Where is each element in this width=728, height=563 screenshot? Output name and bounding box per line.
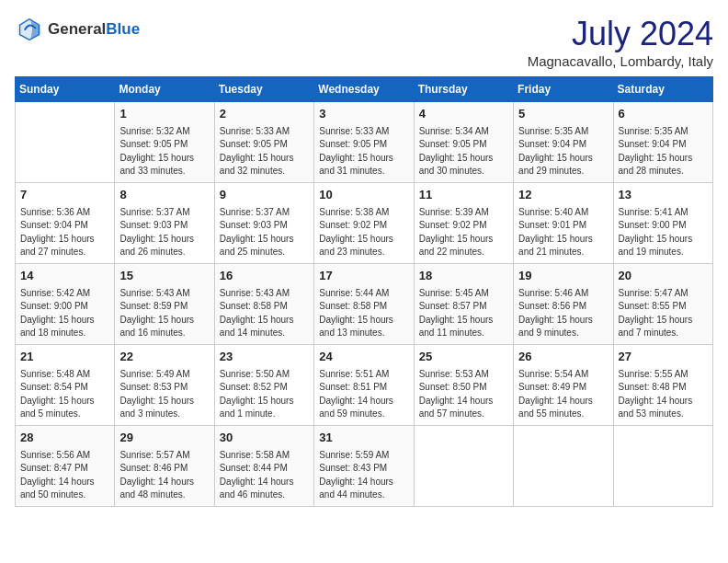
day-number: 25 <box>419 349 508 366</box>
day-info: Sunrise: 5:54 AM Sunset: 8:49 PM Dayligh… <box>518 368 608 421</box>
day-cell <box>514 426 613 507</box>
day-cell: 18Sunrise: 5:45 AM Sunset: 8:57 PM Dayli… <box>414 264 513 345</box>
logo-general: General <box>48 20 106 38</box>
day-number: 21 <box>20 349 109 366</box>
day-number: 9 <box>220 187 309 204</box>
calendar-table: SundayMondayTuesdayWednesdayThursdayFrid… <box>15 76 713 507</box>
day-number: 5 <box>518 106 608 123</box>
day-info: Sunrise: 5:55 AM Sunset: 8:48 PM Dayligh… <box>619 368 708 421</box>
day-number: 11 <box>419 187 508 204</box>
day-cell: 25Sunrise: 5:53 AM Sunset: 8:50 PM Dayli… <box>414 345 513 426</box>
day-number: 15 <box>119 268 209 285</box>
day-info: Sunrise: 5:33 AM Sunset: 9:05 PM Dayligh… <box>319 125 408 178</box>
day-number: 14 <box>20 268 109 285</box>
day-info: Sunrise: 5:57 AM Sunset: 8:46 PM Dayligh… <box>119 449 209 502</box>
week-row-3: 14Sunrise: 5:42 AM Sunset: 9:00 PM Dayli… <box>16 264 713 345</box>
day-number: 3 <box>319 106 408 123</box>
day-info: Sunrise: 5:45 AM Sunset: 8:57 PM Dayligh… <box>419 287 508 340</box>
day-cell: 11Sunrise: 5:39 AM Sunset: 9:02 PM Dayli… <box>414 183 513 264</box>
logo-text: GeneralBlue <box>48 21 140 39</box>
day-info: Sunrise: 5:56 AM Sunset: 8:47 PM Dayligh… <box>20 449 109 502</box>
day-cell: 6Sunrise: 5:35 AM Sunset: 9:04 PM Daylig… <box>613 102 712 183</box>
day-cell: 24Sunrise: 5:51 AM Sunset: 8:51 PM Dayli… <box>314 345 414 426</box>
day-number: 24 <box>319 349 408 366</box>
day-cell: 26Sunrise: 5:54 AM Sunset: 8:49 PM Dayli… <box>514 345 613 426</box>
header-cell-monday: Monday <box>115 77 214 102</box>
day-number: 2 <box>220 106 309 123</box>
day-number: 22 <box>119 349 209 366</box>
header-row: SundayMondayTuesdayWednesdayThursdayFrid… <box>16 77 713 102</box>
day-cell: 2Sunrise: 5:33 AM Sunset: 9:05 PM Daylig… <box>214 102 313 183</box>
day-info: Sunrise: 5:50 AM Sunset: 8:52 PM Dayligh… <box>220 368 309 421</box>
header-cell-wednesday: Wednesday <box>314 77 414 102</box>
day-number: 12 <box>518 187 608 204</box>
day-info: Sunrise: 5:35 AM Sunset: 9:04 PM Dayligh… <box>518 125 608 178</box>
day-info: Sunrise: 5:59 AM Sunset: 8:43 PM Dayligh… <box>319 449 408 502</box>
day-cell: 10Sunrise: 5:38 AM Sunset: 9:02 PM Dayli… <box>314 183 414 264</box>
day-info: Sunrise: 5:43 AM Sunset: 8:58 PM Dayligh… <box>220 287 309 340</box>
day-number: 4 <box>419 106 508 123</box>
day-cell: 15Sunrise: 5:43 AM Sunset: 8:59 PM Dayli… <box>115 264 214 345</box>
day-number: 28 <box>20 430 109 447</box>
day-cell: 3Sunrise: 5:33 AM Sunset: 9:05 PM Daylig… <box>314 102 414 183</box>
logo-blue: Blue <box>106 20 140 38</box>
day-cell: 29Sunrise: 5:57 AM Sunset: 8:46 PM Dayli… <box>115 426 214 507</box>
header-cell-friday: Friday <box>514 77 613 102</box>
day-info: Sunrise: 5:39 AM Sunset: 9:02 PM Dayligh… <box>419 206 508 259</box>
week-row-1: 1Sunrise: 5:32 AM Sunset: 9:05 PM Daylig… <box>16 102 713 183</box>
day-cell: 5Sunrise: 5:35 AM Sunset: 9:04 PM Daylig… <box>514 102 613 183</box>
day-cell <box>613 426 712 507</box>
day-info: Sunrise: 5:58 AM Sunset: 8:44 PM Dayligh… <box>220 449 309 502</box>
day-cell: 8Sunrise: 5:37 AM Sunset: 9:03 PM Daylig… <box>115 183 214 264</box>
day-number: 10 <box>319 187 408 204</box>
day-cell: 28Sunrise: 5:56 AM Sunset: 8:47 PM Dayli… <box>16 426 115 507</box>
day-info: Sunrise: 5:49 AM Sunset: 8:53 PM Dayligh… <box>119 368 209 421</box>
header-cell-sunday: Sunday <box>16 77 115 102</box>
day-info: Sunrise: 5:32 AM Sunset: 9:05 PM Dayligh… <box>119 125 209 178</box>
day-cell: 13Sunrise: 5:41 AM Sunset: 9:00 PM Dayli… <box>613 183 712 264</box>
day-cell: 16Sunrise: 5:43 AM Sunset: 8:58 PM Dayli… <box>214 264 313 345</box>
day-cell: 14Sunrise: 5:42 AM Sunset: 9:00 PM Dayli… <box>16 264 115 345</box>
day-number: 6 <box>619 106 708 123</box>
day-cell: 17Sunrise: 5:44 AM Sunset: 8:58 PM Dayli… <box>314 264 414 345</box>
day-info: Sunrise: 5:33 AM Sunset: 9:05 PM Dayligh… <box>220 125 309 178</box>
day-number: 27 <box>619 349 708 366</box>
day-cell: 20Sunrise: 5:47 AM Sunset: 8:55 PM Dayli… <box>613 264 712 345</box>
week-row-4: 21Sunrise: 5:48 AM Sunset: 8:54 PM Dayli… <box>16 345 713 426</box>
header-cell-saturday: Saturday <box>613 77 712 102</box>
title-block: July 2024 Magnacavallo, Lombardy, Italy <box>528 15 713 69</box>
day-number: 26 <box>518 349 608 366</box>
day-cell: 1Sunrise: 5:32 AM Sunset: 9:05 PM Daylig… <box>115 102 214 183</box>
day-cell: 7Sunrise: 5:36 AM Sunset: 9:04 PM Daylig… <box>16 183 115 264</box>
day-info: Sunrise: 5:41 AM Sunset: 9:00 PM Dayligh… <box>619 206 708 259</box>
logo-icon <box>15 15 44 44</box>
week-row-2: 7Sunrise: 5:36 AM Sunset: 9:04 PM Daylig… <box>16 183 713 264</box>
day-number: 19 <box>518 268 608 285</box>
day-cell: 22Sunrise: 5:49 AM Sunset: 8:53 PM Dayli… <box>115 345 214 426</box>
day-cell: 21Sunrise: 5:48 AM Sunset: 8:54 PM Dayli… <box>16 345 115 426</box>
header-cell-tuesday: Tuesday <box>214 77 313 102</box>
day-cell: 9Sunrise: 5:37 AM Sunset: 9:03 PM Daylig… <box>214 183 313 264</box>
day-number: 30 <box>220 430 309 447</box>
day-info: Sunrise: 5:40 AM Sunset: 9:01 PM Dayligh… <box>518 206 608 259</box>
day-number: 18 <box>419 268 508 285</box>
day-number: 7 <box>20 187 109 204</box>
day-number: 16 <box>220 268 309 285</box>
day-number: 23 <box>220 349 309 366</box>
day-info: Sunrise: 5:36 AM Sunset: 9:04 PM Dayligh… <box>20 206 109 259</box>
day-info: Sunrise: 5:34 AM Sunset: 9:05 PM Dayligh… <box>419 125 508 178</box>
logo: GeneralBlue <box>15 15 140 44</box>
day-number: 31 <box>319 430 408 447</box>
day-info: Sunrise: 5:38 AM Sunset: 9:02 PM Dayligh… <box>319 206 408 259</box>
day-cell: 19Sunrise: 5:46 AM Sunset: 8:56 PM Dayli… <box>514 264 613 345</box>
day-info: Sunrise: 5:43 AM Sunset: 8:59 PM Dayligh… <box>119 287 209 340</box>
day-info: Sunrise: 5:37 AM Sunset: 9:03 PM Dayligh… <box>119 206 209 259</box>
day-cell: 31Sunrise: 5:59 AM Sunset: 8:43 PM Dayli… <box>314 426 414 507</box>
day-cell: 27Sunrise: 5:55 AM Sunset: 8:48 PM Dayli… <box>613 345 712 426</box>
day-number: 20 <box>619 268 708 285</box>
day-cell <box>16 102 115 183</box>
day-cell: 12Sunrise: 5:40 AM Sunset: 9:01 PM Dayli… <box>514 183 613 264</box>
week-row-5: 28Sunrise: 5:56 AM Sunset: 8:47 PM Dayli… <box>16 426 713 507</box>
day-number: 1 <box>119 106 209 123</box>
day-number: 13 <box>619 187 708 204</box>
